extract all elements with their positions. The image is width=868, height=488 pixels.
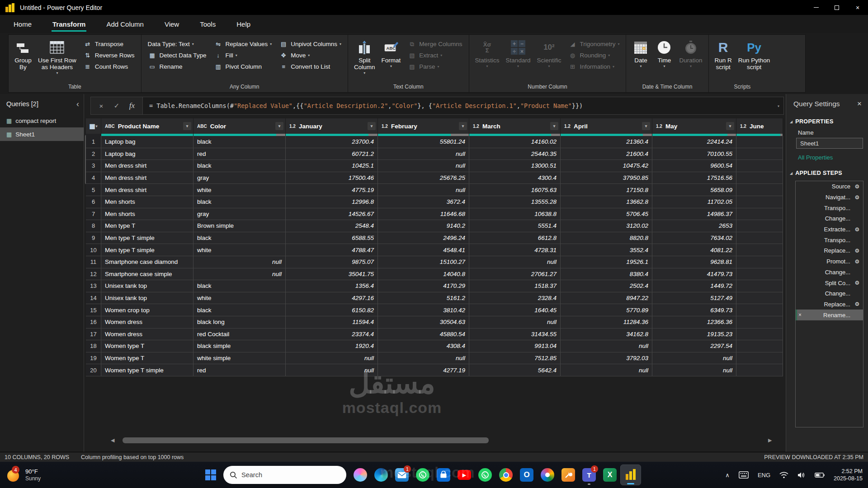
- cell[interactable]: 2653: [652, 220, 736, 232]
- applied-step-source[interactable]: Source⚙: [796, 181, 863, 192]
- expand-formula-icon[interactable]: ▾: [777, 103, 780, 108]
- commit-formula-icon[interactable]: ✓: [109, 102, 124, 110]
- collapse-properties-icon[interactable]: ◢: [790, 120, 793, 124]
- step-settings-gear-icon[interactable]: ⚙: [853, 280, 861, 286]
- cell[interactable]: 19526.1: [561, 256, 652, 268]
- horizontal-scrollbar[interactable]: ◀ ▶: [111, 436, 775, 444]
- rename-button[interactable]: ▭Rename: [148, 61, 207, 72]
- cell[interactable]: Men shorts: [101, 196, 193, 208]
- column-header-april[interactable]: 1.2April▾: [561, 118, 652, 134]
- menu-tab-tools[interactable]: Tools: [199, 15, 217, 33]
- scroll-right-icon[interactable]: ▶: [768, 437, 775, 443]
- cell[interactable]: 31434.55: [469, 328, 561, 341]
- cell[interactable]: 6150.82: [286, 304, 378, 316]
- close-button[interactable]: ×: [847, 0, 868, 15]
- cell[interactable]: 5658.09: [652, 184, 736, 196]
- cell[interactable]: 4297.16: [286, 292, 378, 305]
- table-row[interactable]: 7Men shortsgray14526.6711646.6810638.857…: [86, 208, 783, 221]
- cell[interactable]: null: [286, 364, 378, 376]
- horizontal-scrollbar-thumb[interactable]: [123, 437, 489, 443]
- move-button[interactable]: ✥Move▾: [279, 50, 341, 61]
- cell[interactable]: 5161.2: [378, 292, 469, 305]
- cell[interactable]: 5127.49: [652, 292, 736, 305]
- table-row[interactable]: 11Smartphone case diamondnull9875.071510…: [86, 256, 783, 268]
- table-row[interactable]: 5Men dress shirtwhite4775.19null16075.63…: [86, 184, 783, 196]
- cell[interactable]: null: [378, 160, 469, 172]
- applied-step-splitco[interactable]: Split Co...⚙: [796, 277, 863, 288]
- menu-tab-transform[interactable]: Transform: [52, 15, 86, 33]
- cell[interactable]: [736, 172, 783, 184]
- table-row[interactable]: 16Women dressblack long11594.430504.63nu…: [86, 316, 783, 328]
- menu-tab-home[interactable]: Home: [13, 15, 33, 33]
- cell[interactable]: 15100.27: [378, 256, 469, 268]
- all-properties-link[interactable]: All Properties: [786, 149, 868, 162]
- cell[interactable]: gray: [193, 172, 286, 184]
- applied-step-transpo[interactable]: Transpo...: [796, 202, 863, 213]
- step-settings-gear-icon[interactable]: ⚙: [853, 194, 861, 201]
- table-row[interactable]: 19Women type Twhite simplenullnull7512.8…: [86, 352, 783, 365]
- cell[interactable]: 8380.4: [561, 268, 652, 281]
- cell[interactable]: 27061.27: [469, 268, 561, 281]
- query-name-field[interactable]: Sheet1: [796, 138, 863, 149]
- cell[interactable]: 7512.85: [469, 352, 561, 365]
- convert-to-list-button[interactable]: ≡Convert to List: [279, 61, 341, 72]
- cell[interactable]: null: [193, 256, 286, 268]
- cell[interactable]: 17500.46: [286, 172, 378, 184]
- row-number[interactable]: 19: [86, 352, 101, 365]
- cell[interactable]: 1356.4: [286, 280, 378, 292]
- youtube-taskbar-icon[interactable]: ▶: [454, 465, 475, 485]
- filter-icon[interactable]: ▾: [550, 122, 558, 130]
- row-number[interactable]: 3: [86, 160, 101, 172]
- cell[interactable]: 11702.05: [652, 196, 736, 208]
- cell[interactable]: 9600.54: [652, 160, 736, 172]
- cell[interactable]: white: [193, 184, 286, 196]
- cell[interactable]: Women type T simple: [101, 364, 193, 376]
- cell[interactable]: 14160.02: [469, 136, 561, 148]
- cell[interactable]: 23374.4: [286, 328, 378, 341]
- cell[interactable]: 2548.4: [286, 220, 378, 232]
- cell[interactable]: black: [193, 232, 286, 244]
- cell[interactable]: Men type T simple: [101, 244, 193, 256]
- cell[interactable]: 45880.54: [378, 328, 469, 341]
- cell[interactable]: 25676.25: [378, 172, 469, 184]
- cell[interactable]: 37950.85: [561, 172, 652, 184]
- applied-step-rename[interactable]: ×Rename...: [796, 310, 863, 320]
- row-number[interactable]: 9: [86, 232, 101, 244]
- cell[interactable]: 34162.8: [561, 328, 652, 341]
- row-number[interactable]: 10: [86, 244, 101, 256]
- cell[interactable]: null: [378, 184, 469, 196]
- cell[interactable]: [736, 292, 783, 305]
- cell[interactable]: [736, 256, 783, 268]
- data-type-text-button[interactable]: Data Type: Text▾: [148, 38, 207, 50]
- whatsapp-business-taskbar-icon[interactable]: [475, 465, 495, 485]
- row-number[interactable]: 4: [86, 172, 101, 184]
- applied-step-change[interactable]: Change...: [796, 213, 863, 224]
- cancel-formula-icon[interactable]: ×: [94, 102, 109, 110]
- cell[interactable]: 11594.4: [286, 316, 378, 328]
- cell[interactable]: [736, 196, 783, 208]
- cell[interactable]: null: [378, 148, 469, 160]
- cell[interactable]: 9875.07: [286, 256, 378, 268]
- maximize-button[interactable]: [826, 0, 847, 15]
- cell[interactable]: [736, 364, 783, 376]
- applied-step-replace[interactable]: Replace...⚙: [796, 245, 863, 256]
- cell[interactable]: 30504.63: [378, 316, 469, 328]
- cell[interactable]: 35041.75: [286, 268, 378, 281]
- cell[interactable]: 17516.56: [652, 172, 736, 184]
- cell[interactable]: Women dress: [101, 328, 193, 341]
- start-button[interactable]: [202, 466, 220, 484]
- group-by-button[interactable]: Group By: [12, 38, 34, 71]
- select-all-header[interactable]: ▦▾: [86, 118, 101, 134]
- cell[interactable]: 4277.19: [378, 364, 469, 376]
- cell[interactable]: null: [469, 256, 561, 268]
- cell[interactable]: 11646.68: [378, 208, 469, 221]
- pivot-column-button[interactable]: ▥Pivot Column: [214, 61, 272, 72]
- statistics-button[interactable]: X̄σΣStatistics▾: [472, 38, 502, 69]
- row-number[interactable]: 7: [86, 208, 101, 221]
- cell[interactable]: 10475.42: [561, 160, 652, 172]
- store-taskbar-icon[interactable]: [433, 465, 454, 485]
- table-row[interactable]: 17Women dressred Cocktail23374.445880.54…: [86, 328, 783, 341]
- column-header-may[interactable]: 1.2May▾: [652, 118, 736, 134]
- cell[interactable]: Smartphone case simple: [101, 268, 193, 281]
- replace-values-button[interactable]: ⇋Replace Values▾: [214, 38, 272, 50]
